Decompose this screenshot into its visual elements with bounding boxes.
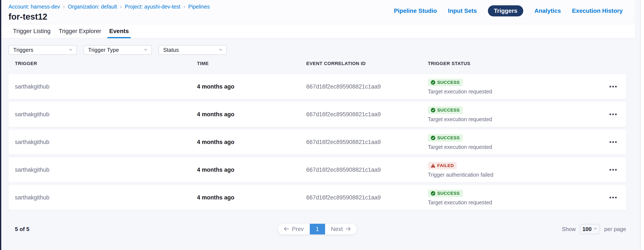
collapsed-sidebar-edge [0,0,1,250]
chevron-down-icon [218,47,223,53]
status-detail-text: Target execution requested [428,116,606,122]
event-correlation-id: 667d16f2ec895908821c1aa9 [306,139,428,146]
show-label: Show [562,226,576,232]
pipeline-section-nav: Pipeline Studio Input Sets Triggers Anal… [394,5,623,17]
ellipsis-icon [615,86,617,87]
next-page-button[interactable]: Next [325,224,357,234]
tab-events[interactable]: Events [109,24,129,38]
ellipsis-icon [612,113,614,115]
breadcrumb-project-link[interactable]: Project: ayushi-dev-test [125,4,180,10]
scrollbar-gutter[interactable] [635,0,640,250]
column-header-time: TIME [197,61,306,66]
status-detail-text: Target execution requested [428,88,606,95]
chevron-down-icon [143,47,148,53]
tab-trigger-explorer[interactable]: Trigger Explorer [58,24,101,38]
trigger-status-cell: SUCCESS Target execution requested [428,134,606,150]
event-correlation-id: 667d16f2ec895908821c1aa9 [306,194,428,201]
warning-triangle-icon [431,164,435,167]
chevron-down-icon [68,47,73,53]
chevron-right-icon: › [120,4,122,10]
check-circle-icon [431,80,435,85]
tab-trigger-listing[interactable]: Trigger Listing [13,24,50,38]
trigger-name: sarthakgithub [15,167,197,173]
arrow-right-icon [346,226,351,232]
ellipsis-icon [615,169,617,171]
events-tabbar: Trigger Listing Trigger Explorer Events [1,24,635,38]
trigger-name: sarthakgithub [15,111,197,118]
column-header-trigger: TRIGGER [15,61,197,66]
filters-row: Triggers Trigger Type Status [8,45,626,55]
prev-page-button[interactable]: Prev [278,224,310,234]
status-badge: FAILED [428,162,457,169]
row-actions-menu-button[interactable] [608,111,618,118]
trigger-name: sarthakgithub [15,194,197,201]
trigger-status-cell: FAILED Trigger authentication failed [428,162,606,178]
event-correlation-id: 667d16f2ec895908821c1aa9 [306,167,428,173]
chevron-right-icon: › [183,4,186,10]
status-detail-text: Target execution requested [428,144,606,150]
chevron-down-icon [593,226,598,232]
nav-triggers-active[interactable]: Triggers [488,5,523,17]
table-footer: 5 of 5 Prev 1 Next Show [8,224,626,234]
ellipsis-icon [610,113,611,115]
status-badge: SUCCESS [428,106,463,114]
nav-input-sets[interactable]: Input Sets [448,8,477,14]
events-content: Triggers Trigger Type Status TRIGGER TI [1,38,640,250]
ellipsis-icon [612,169,614,171]
event-time: 4 months ago [197,194,306,201]
pipeline-triggers-page: Account: harness-dev › Organization: def… [1,0,640,250]
trigger-type-filter-dropdown[interactable]: Trigger Type [84,45,152,55]
row-actions-menu-button[interactable] [608,194,618,201]
status-badge-label: SUCCESS [437,135,460,140]
dropdown-label: Trigger Type [88,47,119,53]
ellipsis-icon [612,141,614,143]
ellipsis-icon [610,86,611,87]
event-time: 4 months ago [197,83,306,90]
event-time: 4 months ago [197,167,306,173]
column-header-trigger-status: TRIGGER STATUS [428,61,606,66]
row-actions-menu-button[interactable] [608,83,618,90]
trigger-status-cell: SUCCESS Target execution requested [428,79,606,95]
check-circle-icon [431,191,435,196]
table-row: sarthakgithub 4 months ago 667d16f2ec895… [8,102,626,127]
ellipsis-icon [612,197,614,198]
status-detail-text: Target execution requested [428,199,606,206]
page-size-control: Show 100 per page [562,224,626,234]
nav-pipeline-studio[interactable]: Pipeline Studio [394,8,437,14]
triggers-filter-dropdown[interactable]: Triggers [8,45,77,55]
page-header: Account: harness-dev › Organization: def… [1,0,635,24]
ellipsis-icon [610,169,611,171]
table-row: sarthakgithub 4 months ago 667d16f2ec895… [8,185,626,210]
ellipsis-icon [615,141,617,143]
event-correlation-id: 667d16f2ec895908821c1aa9 [306,83,428,90]
trigger-name: sarthakgithub [15,139,197,146]
page-size-value: 100 [582,226,592,232]
ellipsis-icon [610,141,611,143]
status-filter-dropdown[interactable]: Status [158,45,227,55]
events-table-body: sarthakgithub 4 months ago 667d16f2ec895… [8,67,626,210]
dropdown-label: Status [163,47,179,53]
table-row: sarthakgithub 4 months ago 667d16f2ec895… [8,74,626,99]
current-page-button[interactable]: 1 [310,224,325,234]
row-actions-menu-button[interactable] [608,166,618,173]
nav-execution-history[interactable]: Execution History [572,8,623,14]
trigger-status-cell: SUCCESS Target execution requested [428,106,606,122]
pagination: Prev 1 Next [278,224,357,234]
per-page-label: per page [604,226,626,232]
ellipsis-icon [610,197,611,198]
row-actions-menu-button[interactable] [608,139,618,146]
ellipsis-icon [615,113,617,115]
event-time: 4 months ago [197,139,306,146]
page-size-select[interactable]: 100 [580,224,600,234]
status-badge: SUCCESS [428,79,463,86]
status-badge-label: SUCCESS [437,191,460,196]
breadcrumb-organization-link[interactable]: Organization: default [68,4,117,10]
breadcrumb-account-link[interactable]: Account: harness-dev [8,4,60,10]
nav-analytics[interactable]: Analytics [534,8,561,14]
breadcrumb-pipelines-link[interactable]: Pipelines [188,4,210,10]
check-circle-icon [431,108,435,112]
event-correlation-id: 667d16f2ec895908821c1aa9 [306,111,428,118]
event-time: 4 months ago [197,111,306,118]
arrow-left-icon [284,226,289,232]
result-count: 5 of 5 [8,226,30,232]
